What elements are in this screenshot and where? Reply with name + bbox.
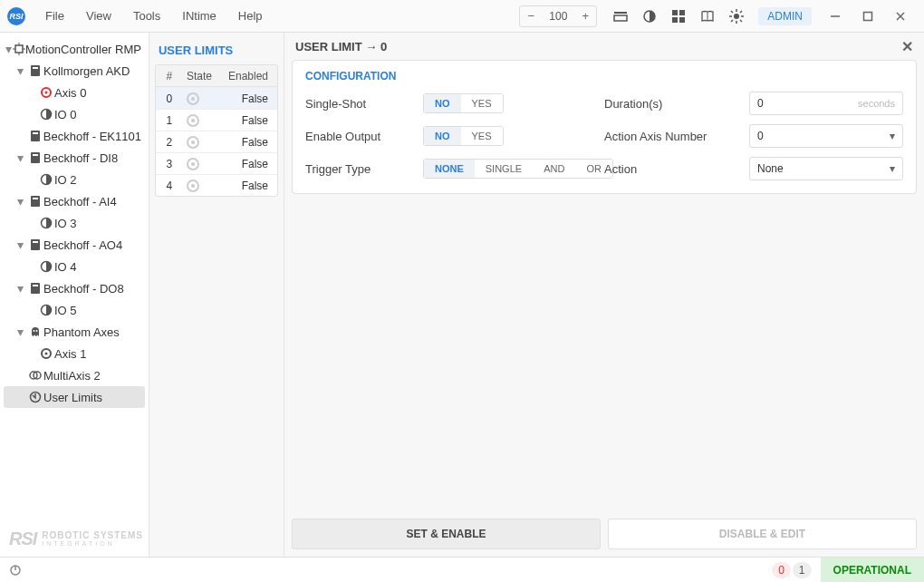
row-state — [183, 92, 228, 105]
single-shot-no[interactable]: NO — [424, 94, 461, 112]
tree-item[interactable]: Axis 0 — [4, 82, 145, 103]
svg-rect-21 — [15, 45, 23, 53]
tree-item[interactable]: ▾Beckhoff - AI4 — [4, 190, 145, 212]
grid-icon[interactable] — [666, 4, 691, 29]
svg-rect-37 — [33, 198, 38, 199]
zoom-out-button[interactable]: − — [520, 6, 542, 26]
enable-output-toggle[interactable]: NO YES — [423, 126, 504, 146]
detail-header: USER LIMIT → 0 ✕ — [284, 33, 924, 60]
tree-label: MultiAxis 2 — [43, 369, 101, 383]
admin-button[interactable]: ADMIN — [758, 7, 812, 25]
action-label: Action — [604, 162, 749, 176]
svg-rect-26 — [31, 65, 40, 76]
tree-caret-icon[interactable]: ▾ — [13, 195, 27, 208]
window-maximize-button[interactable] — [852, 4, 884, 29]
svg-rect-0 — [614, 12, 627, 14]
tree-label: Beckhoff - AO4 — [43, 238, 122, 252]
book-icon[interactable] — [695, 4, 720, 29]
single-shot-label: Single-Shot — [305, 97, 423, 111]
brand-line1: ROBOTIC SYSTEMS — [42, 531, 143, 540]
single-shot-toggle[interactable]: NO YES — [423, 93, 504, 113]
tree-label: IO 0 — [54, 108, 77, 121]
tree-item[interactable]: Axis 1 — [4, 343, 145, 364]
trigger-and[interactable]: AND — [533, 160, 575, 178]
row-state — [183, 158, 228, 170]
tree-item[interactable]: IO 2 — [4, 169, 145, 190]
tree-caret-icon[interactable]: ▾ — [13, 151, 27, 164]
tree-item[interactable]: ▾Beckhoff - AO4 — [4, 234, 145, 256]
user-limit-row[interactable]: 1False — [156, 109, 277, 131]
action-select[interactable]: None ▾ — [749, 157, 903, 180]
col-state-header: State — [183, 70, 228, 82]
status-operational: OPERATIONAL — [821, 558, 924, 582]
drive-icon — [27, 64, 43, 77]
tree-label: IO 5 — [54, 304, 77, 317]
warning-count-badge[interactable]: 1 — [793, 562, 812, 578]
tree-item[interactable]: IO 0 — [4, 103, 145, 125]
action-axis-select[interactable]: 0 ▾ — [749, 124, 903, 148]
row-number: 3 — [156, 158, 183, 170]
brightness-icon[interactable] — [724, 4, 749, 29]
window-minimize-button[interactable] — [819, 4, 852, 29]
svg-rect-33 — [31, 152, 40, 163]
tree-label: IO 3 — [54, 217, 77, 230]
trigger-type-toggle[interactable]: NONE SINGLE AND OR — [423, 159, 613, 179]
io-icon — [38, 108, 54, 121]
menu-help[interactable]: Help — [227, 4, 274, 28]
zoom-in-button[interactable]: + — [574, 6, 596, 26]
menu-tools[interactable]: Tools — [122, 4, 171, 28]
trigger-single[interactable]: SINGLE — [475, 160, 533, 178]
layout-icon[interactable] — [608, 4, 633, 29]
svg-rect-39 — [31, 239, 40, 250]
action-axis-value: 0 — [757, 130, 764, 142]
enable-output-no[interactable]: NO — [424, 127, 461, 145]
tree-caret-icon[interactable]: ▾ — [13, 64, 27, 77]
tree-item[interactable]: IO 5 — [4, 299, 145, 321]
tree-label: Beckhoff - DI8 — [43, 151, 118, 165]
tree-label: IO 4 — [54, 260, 77, 274]
svg-line-13 — [731, 11, 733, 13]
tree-item[interactable]: IO 3 — [4, 212, 145, 234]
zoom-group: − 100 + — [519, 5, 597, 27]
enable-output-yes[interactable]: YES — [461, 127, 503, 145]
svg-rect-4 — [679, 10, 685, 15]
tree-item[interactable]: ▾Kollmorgen AKD — [4, 60, 145, 82]
power-icon[interactable] — [9, 564, 22, 577]
tree-item[interactable]: User Limits — [4, 386, 145, 408]
menu-view[interactable]: View — [75, 4, 122, 28]
duration-input[interactable]: 0 seconds — [749, 92, 903, 115]
trigger-none[interactable]: NONE — [424, 160, 475, 178]
duration-unit: seconds — [858, 98, 895, 109]
close-icon[interactable]: ✕ — [901, 38, 913, 55]
window-close-button[interactable] — [884, 4, 917, 29]
tree-item[interactable]: ▾MotionController RMP — [4, 38, 145, 60]
user-limit-row[interactable]: 0False — [156, 87, 277, 109]
row-enabled: False — [228, 158, 277, 170]
io-icon — [38, 260, 54, 273]
tree-item[interactable]: IO 4 — [4, 256, 145, 277]
menu-file[interactable]: File — [34, 4, 75, 28]
user-limit-row[interactable]: 2False — [156, 131, 277, 152]
tree-caret-icon[interactable]: ▾ — [4, 43, 13, 55]
svg-rect-5 — [672, 17, 678, 23]
duration-value: 0 — [757, 97, 764, 110]
single-shot-yes[interactable]: YES — [461, 94, 503, 112]
tree-item[interactable]: Beckhoff - EK1101 — [4, 125, 145, 147]
set-enable-button[interactable]: SET & ENABLE — [292, 519, 601, 549]
tree-item[interactable]: ▾Phantom Axes — [4, 321, 145, 343]
brand-logo: RSI — [9, 529, 36, 549]
tree-item[interactable]: ▾Beckhoff - DO8 — [4, 277, 145, 299]
svg-point-46 — [36, 330, 38, 332]
contrast-icon[interactable] — [637, 4, 662, 29]
disable-edit-button[interactable]: DISABLE & EDIT — [608, 519, 917, 549]
tree-item[interactable]: ▾Beckhoff - DI8 — [4, 147, 145, 169]
tree-caret-icon[interactable]: ▾ — [13, 282, 27, 295]
tree-caret-icon[interactable]: ▾ — [13, 238, 27, 251]
user-limit-row[interactable]: 3False — [156, 152, 277, 174]
menu-intime[interactable]: INtime — [171, 4, 227, 28]
user-limit-row[interactable]: 4False — [156, 174, 277, 196]
error-count-badge[interactable]: 0 — [772, 562, 791, 578]
tree-item[interactable]: MultiAxis 2 — [4, 364, 145, 386]
col-number-header: # — [156, 70, 183, 82]
tree-caret-icon[interactable]: ▾ — [13, 325, 27, 338]
